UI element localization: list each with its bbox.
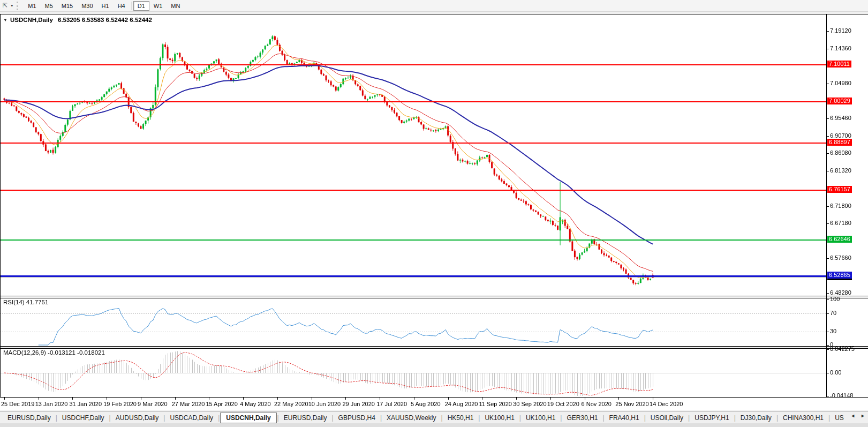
date-axis-label: 4 May 2020 [240, 401, 270, 407]
date-axis-label: 29 Jun 2020 [342, 401, 375, 407]
chart-tab-dj30-daily[interactable]: DJ30,Daily [736, 414, 776, 422]
date-axis-label: 25 Nov 2020 [615, 401, 648, 407]
price-axis-tick: 6.95460 [830, 115, 851, 121]
chart-tab-eurusd-daily[interactable]: EURUSD,Daily [3, 414, 55, 422]
date-axis-label: 19 Feb 2020 [103, 401, 137, 407]
price-line-label-6-88897[interactable]: 6.88897 [827, 139, 852, 146]
chart-tab-uk100-h1[interactable]: UK100,H1 [522, 414, 560, 422]
date-axis-label: 24 Aug 2020 [445, 401, 478, 407]
chart-tab-hk50-h1[interactable]: HK50,H1 [443, 414, 478, 422]
chart-ohlc-quotes: 6.53205 6.53583 6.52442 6.52442 [58, 17, 152, 23]
timeframe-buttons: M1M5M15M30H1H4D1W1MN [24, 1, 184, 11]
chart-tab-uk100-h1[interactable]: UK100,H1 [480, 414, 518, 422]
price-axis-tick: 7.14360 [830, 45, 851, 51]
rsi-axis-tick: 100 [830, 296, 840, 302]
tab-scroll-right-icon[interactable]: ► [859, 413, 867, 419]
macd-axis-tick: 0.042275 [830, 346, 855, 352]
chart-tab-us[interactable]: US [831, 414, 848, 422]
rsi-axis-tick: 70 [830, 310, 836, 316]
chart-title: ▼USDCNH,Daily 6.53205 6.53583 6.52442 6.… [3, 17, 152, 23]
price-axis-tick: 6.48280 [830, 289, 851, 296]
chart-tab-usdcad-daily[interactable]: USDCAD,Daily [165, 414, 217, 422]
chart-menu-icon[interactable]: ▼ [3, 18, 7, 23]
date-axis-label: 22 May 2020 [274, 401, 308, 407]
timeframe-button-h4[interactable]: H4 [114, 1, 130, 11]
chart-tab-eurusd-daily[interactable]: EURUSD,Daily [280, 414, 331, 422]
timeframe-button-m15[interactable]: M15 [57, 1, 77, 11]
chart-canvas[interactable] [0, 14, 868, 410]
date-axis-label: 10 Jun 2020 [308, 401, 341, 407]
macd-axis-tick: -0.04148 [830, 392, 853, 399]
timeframe-button-mn[interactable]: MN [167, 1, 184, 11]
price-line-label-6-76157[interactable]: 6.76157 [827, 186, 852, 193]
chart-tab-audusd-daily[interactable]: AUDUSD,Daily [111, 414, 163, 422]
chart-tab-usdchf-daily[interactable]: USDCHF,Daily [58, 414, 109, 422]
toolbar-grip[interactable] [17, 2, 21, 10]
date-axis-label: 6 Nov 2020 [582, 401, 612, 407]
date-axis-label: 25 Dec 2019 [1, 401, 34, 407]
chart-tab-fra40-h1[interactable]: FRA40,H1 [605, 414, 644, 422]
chart-tab-xauusd-weekly[interactable]: XAUUSD,Weekly [382, 414, 440, 422]
price-axis-tick: 6.71800 [830, 203, 851, 209]
price-axis-tick: 6.90700 [830, 132, 851, 139]
chart-tab-usdcnh-daily[interactable]: USDCNH,Daily [220, 413, 276, 423]
timeframe-button-m1[interactable]: M1 [24, 1, 40, 11]
price-axis-tick: 7.04980 [830, 80, 851, 86]
chart-window: ▼USDCNH,Daily 6.53205 6.53583 6.52442 6.… [0, 14, 868, 410]
chart-shift-icon[interactable]: ⇱ [1, 2, 9, 10]
chart-tab-bar: EURUSD,Daily|USDCHF,Daily|AUDUSD,Daily|U… [0, 411, 868, 423]
date-axis-label: 30 Sep 2020 [513, 401, 546, 407]
price-axis-tick: 6.57660 [830, 254, 851, 261]
tab-scroll-arrows: ◄ ► [849, 413, 867, 419]
chart-tab-usoil-daily[interactable]: USOil,Daily [646, 414, 688, 422]
date-axis-label: 17 Jul 2020 [376, 401, 407, 407]
price-line-label-6-62646[interactable]: 6.62646 [827, 236, 852, 243]
date-axis-label: 19 Oct 2020 [547, 401, 579, 407]
chart-tab-ger30-h1[interactable]: GER30,H1 [562, 414, 602, 422]
chart-symbol-period: USDCNH,Daily [10, 17, 53, 23]
timeframe-button-h1[interactable]: H1 [97, 1, 114, 11]
chart-tab-china300-h1[interactable]: CHINA300,H1 [779, 414, 828, 422]
toolbar-separator [131, 2, 132, 10]
timeframe-toolbar: ⇱ ▾ M1M5M15M30H1H4D1W1MN [0, 0, 868, 12]
status-strip [0, 423, 868, 427]
price-axis-tick: 6.81320 [830, 167, 851, 174]
price-line-label-7-10011[interactable]: 7.10011 [827, 61, 851, 68]
timeframe-button-w1[interactable]: W1 [149, 1, 167, 11]
timeframe-button-d1[interactable]: D1 [133, 1, 149, 11]
date-axis-label: 9 Mar 2020 [138, 401, 168, 407]
chart-tabs: EURUSD,Daily|USDCHF,Daily|AUDUSD,Daily|U… [3, 413, 848, 423]
rsi-indicator-label: RSI(14) 41.7751 [3, 299, 48, 305]
tab-scroll-left-icon[interactable]: ◄ [849, 413, 857, 419]
price-line-label-6-52865[interactable]: 6.52865 [827, 272, 852, 279]
price-axis-tick: 7.19120 [830, 27, 851, 34]
price-line-label-7-00029[interactable]: 7.00029 [827, 98, 852, 104]
price-axis-tick: 6.86080 [830, 149, 851, 156]
macd-axis-tick: 0.00 [830, 369, 841, 376]
macd-indicator-label: MACD(12,26,9) -0.013121 -0.018021 [3, 349, 105, 356]
date-axis-label: 31 Jan 2020 [69, 401, 102, 407]
date-axis-label: 13 Jan 2020 [35, 401, 68, 407]
timeframe-button-m5[interactable]: M5 [41, 1, 57, 11]
chart-tab-gbpusd-h4[interactable]: GBPUSD,H4 [334, 414, 380, 422]
price-axis-tick: 6.67180 [830, 220, 851, 226]
chevron-down-icon[interactable]: ▾ [10, 3, 14, 9]
date-axis-label: 14 Dec 2020 [650, 401, 683, 407]
date-axis-label: 11 Sep 2020 [479, 401, 512, 407]
date-axis-label: 15 Apr 2020 [206, 401, 237, 407]
chart-tab-usdjpy-h1[interactable]: USDJPY,H1 [690, 414, 733, 422]
date-axis-label: 5 Aug 2020 [411, 401, 441, 407]
date-axis-label: 27 Mar 2020 [172, 401, 205, 407]
timeframe-button-m30[interactable]: M30 [77, 1, 97, 11]
rsi-axis-tick: 30 [830, 328, 836, 334]
mt4-window: ⇱ ▾ M1M5M15M30H1H4D1W1MN ▼USDCNH,Daily 6… [0, 0, 868, 427]
